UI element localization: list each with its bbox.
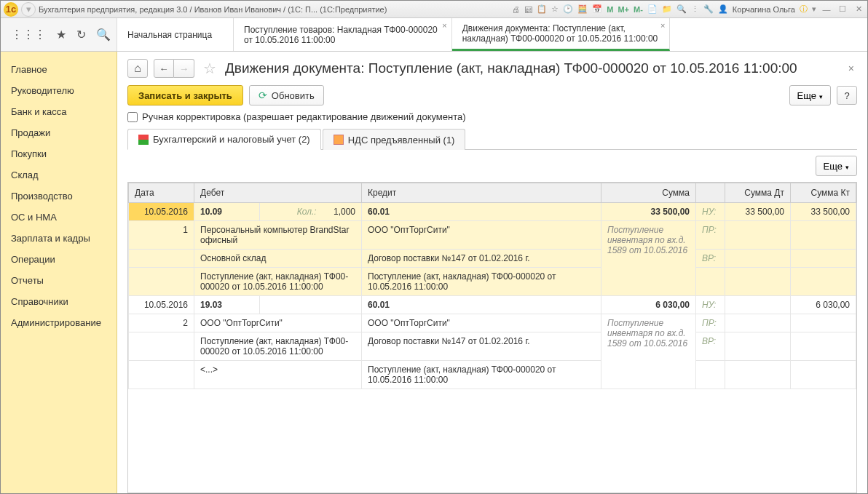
apps-icon[interactable]: ⋮⋮⋮: [11, 28, 46, 41]
cell-nu-label: НУ:: [696, 296, 725, 314]
table-row[interactable]: <...>Поступление (акт, накладная) ТФ00-0…: [129, 361, 856, 389]
tab-close-icon[interactable]: ×: [442, 21, 446, 30]
toolbar-icon[interactable]: 📄: [647, 4, 658, 14]
toolbar-icon[interactable]: 🔧: [703, 4, 714, 14]
minimize-button[interactable]: —: [821, 4, 832, 15]
user-icon[interactable]: 👤: [718, 4, 728, 14]
col-credit[interactable]: Кредит: [362, 183, 601, 203]
toolbar-icon[interactable]: 📁: [662, 4, 672, 14]
tab-vat[interactable]: НДС предъявленный (1): [323, 129, 466, 150]
table-row[interactable]: Основной складДоговор поставки №147 от 0…: [129, 250, 856, 268]
toolbar-icon[interactable]: 🖨: [512, 5, 520, 14]
sidebar-item[interactable]: Склад: [1, 164, 117, 186]
col-sum-kt[interactable]: Сумма Кт: [791, 183, 856, 203]
cell-qty: [260, 296, 362, 314]
col-date[interactable]: Дата: [129, 183, 194, 203]
toolbar-icon[interactable]: 🔍: [676, 4, 687, 14]
tab-accounting[interactable]: Бухгалтерский и налоговый учет (2): [127, 129, 321, 150]
tab-close-icon[interactable]: ×: [660, 21, 665, 30]
sidebar: Главное Руководителю Банк и касса Продаж…: [1, 52, 117, 493]
sidebar-item[interactable]: Производство: [1, 186, 117, 207]
dtkt-icon: [138, 135, 149, 145]
cell-qty: Кол.: 1,000: [260, 203, 362, 221]
favorite-toggle[interactable]: ☆: [200, 60, 219, 77]
calculator-icon[interactable]: 🧮: [577, 4, 588, 14]
toolbar-icon[interactable]: 🗟: [524, 5, 532, 14]
tab-label: НДС предъявленный (1): [348, 135, 455, 146]
chevron-down-icon: [845, 161, 849, 172]
cell-debit-acc: 10.09: [194, 203, 260, 221]
favorite-icon[interactable]: ★: [56, 28, 66, 41]
cell-debit-line: Поступление (акт, накладная) ТФ00-000020…: [194, 268, 362, 296]
table-row[interactable]: 10.05.201619.0360.016 030,00НУ:6 030,00: [129, 296, 856, 314]
toolbar-icon[interactable]: 🕑: [563, 4, 573, 14]
cell-credit-acc: 60.01: [362, 203, 601, 221]
table-row[interactable]: 10.05.201610.09Кол.: 1,00060.0133 500,00…: [129, 203, 856, 221]
cell-sum-dt: [725, 296, 791, 314]
dropdown-icon[interactable]: ▾: [812, 4, 816, 14]
col-sum-dt[interactable]: Сумма Дт: [725, 183, 791, 203]
table-row[interactable]: 2ООО "ОптТоргСити"ООО "ОптТоргСити"Посту…: [129, 314, 856, 332]
calendar-icon[interactable]: 📅: [592, 4, 602, 14]
memory-mminus[interactable]: M-: [634, 5, 643, 14]
home-button[interactable]: [127, 59, 148, 78]
sidebar-item[interactable]: Администрирование: [1, 312, 117, 333]
more-label: Еще: [824, 161, 843, 172]
memory-m[interactable]: M: [607, 5, 613, 14]
refresh-icon: [259, 89, 267, 101]
toolbar-icon[interactable]: ☆: [551, 4, 559, 14]
sidebar-item[interactable]: ОС и НМА: [1, 207, 117, 228]
table-row[interactable]: Поступление (акт, накладная) ТФ00-000020…: [129, 268, 856, 296]
info-icon[interactable]: ⓘ: [800, 4, 808, 15]
manual-edit-row: Ручная корректировка (разрешает редактир…: [127, 111, 857, 122]
save-close-button[interactable]: Записать и закрыть: [127, 85, 243, 105]
cell-debit-line: Поступление (акт, накладная) ТФ00-000020…: [194, 332, 362, 361]
chevron-down-icon: [819, 90, 823, 101]
quick-tools: ⋮⋮⋮ ★ ↻ 🔍: [1, 18, 117, 51]
cell-n: 2: [129, 314, 194, 332]
close-page-button[interactable]: ×: [845, 63, 857, 74]
help-button[interactable]: ?: [837, 86, 857, 105]
history-icon[interactable]: ↻: [76, 28, 86, 41]
tab-document-1[interactable]: Поступление товаров: Накладная ТФ00-0000…: [234, 18, 452, 51]
back-button[interactable]: [154, 59, 174, 78]
table-row[interactable]: 1Персональный компьютер BrandStar офисны…: [129, 221, 856, 250]
sidebar-item[interactable]: Руководителю: [1, 80, 117, 101]
grid-more-button[interactable]: Еще: [816, 156, 857, 176]
tab-home[interactable]: Начальная страница: [117, 18, 234, 51]
more-button[interactable]: Еще: [789, 85, 831, 105]
more-label: Еще: [797, 90, 816, 101]
cell-debit-line: <...>: [194, 361, 362, 389]
titlebar: 1c ▾ Бухгалтерия предприятия, редакция 3…: [1, 1, 867, 18]
forward-button[interactable]: [174, 59, 194, 78]
sidebar-item[interactable]: Покупки: [1, 143, 117, 164]
sidebar-item[interactable]: Продажи: [1, 122, 117, 143]
sidebar-item[interactable]: Справочники: [1, 291, 117, 312]
sidebar-item[interactable]: Банк и касса: [1, 101, 117, 122]
col-sum[interactable]: Сумма: [601, 183, 696, 203]
memory-mplus[interactable]: M+: [618, 5, 629, 14]
table-row[interactable]: Поступление (акт, накладная) ТФ00-000020…: [129, 332, 856, 361]
cell-debit-line: Основной склад: [194, 250, 362, 268]
toolbar-icon[interactable]: 📋: [537, 4, 547, 14]
cell-pr-label: ПР:: [696, 221, 725, 250]
close-button[interactable]: ✕: [853, 4, 864, 15]
tab-document-2[interactable]: Движения документа: Поступление (акт, на…: [452, 18, 671, 51]
col-debit[interactable]: Дебет: [194, 183, 362, 203]
toolbar-icon[interactable]: ⋮: [691, 4, 699, 14]
refresh-button[interactable]: Обновить: [249, 85, 324, 105]
search-icon[interactable]: 🔍: [96, 28, 111, 41]
sidebar-item[interactable]: Зарплата и кадры: [1, 228, 117, 249]
postings-grid[interactable]: Дата Дебет Кредит Сумма Сумма Дт Сумма К…: [127, 182, 857, 493]
maximize-button[interactable]: ☐: [837, 4, 848, 15]
cell-date: 10.05.2016: [129, 296, 194, 314]
register-tabs: Бухгалтерский и налоговый учет (2) НДС п…: [127, 128, 857, 150]
sidebar-item[interactable]: Главное: [1, 59, 117, 80]
sidebar-item[interactable]: Операции: [1, 249, 117, 270]
sidebar-item[interactable]: Отчеты: [1, 270, 117, 291]
user-name[interactable]: Корчагина Ольга: [733, 5, 795, 14]
manual-edit-label: Ручная корректировка (разрешает редактир…: [142, 111, 466, 122]
col-empty[interactable]: [696, 183, 725, 203]
manual-edit-checkbox[interactable]: [127, 112, 138, 122]
dropdown-icon[interactable]: ▾: [21, 2, 36, 17]
